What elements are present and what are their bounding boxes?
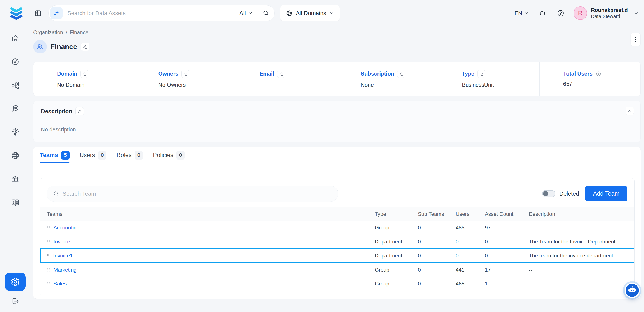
subscription-label: Subscription bbox=[361, 71, 394, 77]
column-type: Type bbox=[375, 208, 418, 221]
pencil-icon bbox=[399, 72, 403, 76]
sidebar-divider bbox=[5, 269, 26, 269]
globe-icon bbox=[286, 10, 292, 17]
summary-field-owners: Owners No Owners bbox=[134, 62, 236, 96]
ai-sparkle-icon[interactable] bbox=[50, 7, 62, 19]
chatbot-fab-button[interactable] bbox=[624, 283, 640, 298]
tab-roles[interactable]: Roles 0 bbox=[116, 147, 143, 163]
breadcrumb-organization[interactable]: Organization bbox=[33, 29, 63, 36]
owners-label: Owners bbox=[158, 71, 178, 77]
sidebar-item-insights[interactable] bbox=[11, 128, 20, 136]
team-name-link[interactable]: Invoice1 bbox=[53, 253, 73, 259]
summary-field-total-users: Total Users 657 bbox=[540, 62, 641, 96]
cell-asset-count: 97 bbox=[485, 221, 529, 235]
teams-panel: Deleted Add Team Teams Type Sub Teams Us… bbox=[40, 178, 634, 295]
user-menu-chevron-icon[interactable] bbox=[634, 11, 639, 16]
cell-type: Group bbox=[375, 221, 418, 235]
gear-icon bbox=[10, 277, 20, 286]
email-label: Email bbox=[260, 71, 274, 77]
team-name-link[interactable]: Accounting bbox=[54, 225, 80, 231]
sidebar-item-observability[interactable] bbox=[11, 104, 20, 113]
cell-sub-teams: 0 bbox=[418, 235, 456, 249]
drag-handle-icon[interactable] bbox=[47, 239, 50, 244]
cell-asset-count: 0 bbox=[485, 249, 529, 263]
left-sidebar bbox=[0, 26, 31, 312]
pencil-icon bbox=[78, 109, 82, 113]
sidebar-item-explore[interactable] bbox=[11, 58, 20, 66]
search-scope-dropdown[interactable]: All bbox=[240, 10, 253, 17]
sidebar-item-governance[interactable] bbox=[11, 175, 20, 183]
deleted-toggle[interactable] bbox=[542, 190, 556, 197]
sidebar-toggle-icon[interactable] bbox=[34, 10, 42, 17]
sidebar-item-logout[interactable] bbox=[11, 297, 20, 305]
chevron-down-icon bbox=[524, 11, 528, 15]
subscription-value: None bbox=[361, 82, 438, 88]
sidebar-item-glossary[interactable] bbox=[11, 198, 20, 207]
tab-roles-label: Roles bbox=[116, 152, 132, 159]
type-label: Type bbox=[462, 71, 474, 77]
summary-field-subscription: Subscription None bbox=[337, 62, 438, 96]
tab-bar: Teams 5 Users 0 Roles 0 Policies 0 bbox=[33, 147, 641, 164]
tab-policies[interactable]: Policies 0 bbox=[153, 147, 185, 163]
language-value: EN bbox=[514, 10, 522, 17]
email-value: -- bbox=[260, 82, 337, 88]
team-search-input[interactable] bbox=[62, 190, 332, 197]
collapse-description-button[interactable] bbox=[626, 107, 634, 115]
edit-domain-button[interactable] bbox=[80, 70, 88, 78]
global-search-bar: All bbox=[48, 5, 274, 21]
team-avatar bbox=[33, 40, 47, 54]
type-value: BusinessUnit bbox=[462, 82, 540, 88]
pencil-icon bbox=[279, 72, 284, 76]
edit-owners-button[interactable] bbox=[182, 70, 189, 78]
logout-icon bbox=[11, 297, 20, 305]
pencil-icon bbox=[479, 72, 484, 76]
team-search-bar bbox=[46, 186, 338, 202]
language-selector[interactable]: EN bbox=[514, 10, 528, 17]
toggle-knob bbox=[543, 191, 548, 196]
edit-email-button[interactable] bbox=[277, 70, 285, 78]
drag-handle-icon[interactable] bbox=[46, 253, 50, 258]
tab-users-label: Users bbox=[80, 152, 95, 159]
search-icon bbox=[53, 191, 59, 197]
team-name-link[interactable]: Sales bbox=[54, 281, 67, 287]
drag-handle-icon[interactable] bbox=[47, 268, 50, 272]
sidebar-item-domains[interactable] bbox=[11, 151, 20, 160]
cell-users: 441 bbox=[456, 263, 485, 277]
domain-label: Domain bbox=[57, 71, 77, 77]
tab-teams[interactable]: Teams 5 bbox=[40, 147, 70, 163]
summary-field-email: Email -- bbox=[236, 62, 337, 96]
app-logo-icon[interactable] bbox=[9, 6, 24, 20]
drag-handle-icon[interactable] bbox=[47, 225, 50, 230]
edit-description-button[interactable] bbox=[76, 107, 84, 115]
sidebar-item-home[interactable] bbox=[11, 34, 20, 43]
page-header: Finance bbox=[33, 40, 641, 54]
drag-handle-icon[interactable] bbox=[47, 281, 50, 286]
help-icon[interactable] bbox=[557, 10, 564, 17]
add-team-button[interactable]: Add Team bbox=[585, 186, 627, 201]
all-domains-selector[interactable]: All Domains bbox=[280, 5, 340, 21]
global-search-input[interactable] bbox=[68, 10, 240, 17]
cell-sub-teams: 0 bbox=[418, 249, 456, 263]
edit-subscription-button[interactable] bbox=[397, 70, 405, 78]
top-bar: All All Domains EN bbox=[0, 0, 644, 26]
edit-type-button[interactable] bbox=[478, 70, 485, 78]
summary-field-domain: Domain No Domain bbox=[34, 62, 134, 96]
search-scope-value: All bbox=[240, 10, 246, 17]
pencil-icon bbox=[183, 72, 188, 76]
cell-sub-teams: 0 bbox=[418, 263, 456, 277]
table-row-invoice1-highlighted: Invoice1 Department 0 0 0 The team for t… bbox=[40, 249, 634, 263]
user-avatar[interactable]: R bbox=[574, 6, 587, 20]
sidebar-item-settings[interactable] bbox=[5, 272, 26, 291]
all-domains-label: All Domains bbox=[296, 10, 326, 17]
user-info[interactable]: Rounakpreet.d Data Steward bbox=[591, 7, 628, 20]
user-initial: R bbox=[578, 10, 583, 17]
sidebar-item-data-flow[interactable] bbox=[11, 81, 20, 89]
tab-users[interactable]: Users 0 bbox=[80, 147, 106, 163]
search-icon[interactable] bbox=[262, 10, 269, 17]
notifications-bell-icon[interactable] bbox=[539, 10, 546, 17]
edit-team-name-button[interactable] bbox=[81, 43, 89, 51]
cell-users: 485 bbox=[456, 221, 485, 235]
team-name-link[interactable]: Invoice bbox=[54, 239, 70, 245]
cell-description: The team for the invoice department. bbox=[529, 249, 634, 263]
team-name-link[interactable]: Marketing bbox=[54, 267, 76, 273]
